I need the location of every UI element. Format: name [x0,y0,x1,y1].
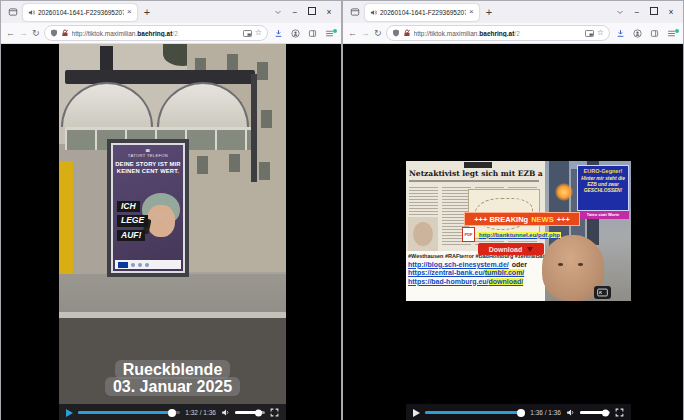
pip-url-icon[interactable] [585,30,594,37]
progress-bar[interactable] [78,411,180,414]
downloads-icon[interactable] [614,29,627,38]
maximize-button[interactable] [305,7,319,17]
tab[interactable]: 20260104-1641-F2293695207773182 × [365,4,479,21]
banktunnel-pdf-link[interactable]: http://banktunnel.eu/pdf.php [478,232,561,238]
back-button[interactable]: ← [6,29,15,38]
euro-box-title: EURO-Gegner! [579,168,627,174]
menu-hamburger-icon[interactable] [323,29,336,38]
tab-close-icon[interactable]: × [127,8,132,16]
maximize-button[interactable] [647,7,661,17]
video-player-busstop[interactable]: ☎TATORT TELEFON DEINE STORY IST MIR KEIN… [59,44,286,420]
poster-footer-logos [115,260,181,269]
play-button[interactable] [413,409,420,417]
progress-thumb[interactable] [517,409,525,417]
video-player-news[interactable]: Netzaktivist legt sich mit EZB an #Westh… [406,44,631,420]
reload-button[interactable]: ↻ [32,29,40,38]
new-tab-button[interactable]: + [140,7,154,18]
minimize-button[interactable]: − [630,8,644,17]
menu-hamburger-icon[interactable] [665,29,678,38]
progress-fill [425,411,522,414]
minimize-button[interactable]: − [288,8,302,17]
navigation-toolbar: ← → ↻ http://tiktok.maximilian.baehring.… [343,23,683,44]
download-button[interactable]: Download [478,243,544,255]
yellow-panel [59,161,73,291]
close-window-button[interactable]: × [664,8,678,17]
tab-list-chevron-icon[interactable] [271,8,285,16]
account-icon[interactable] [289,29,302,38]
badhomburg-link[interactable]: https://bad-homburg.eu/ [408,278,489,285]
url-text: http://tiktok.maximilian.baehring.at/2 [414,30,582,37]
video-frame: Netzaktivist legt sich mit EZB an #Westh… [406,161,631,301]
sidebar-icon[interactable] [306,29,319,38]
bookmark-star-icon[interactable]: ☆ [255,29,262,37]
download-arrow-icon [527,247,533,252]
tab-close-icon[interactable]: × [469,8,474,16]
tab[interactable]: 20260104-1641-F2293695207773182 × [23,4,137,21]
link-line: https://zentral-bank.eu/tumblr.com/ [408,269,543,276]
pdf-icon: PDF [462,227,475,242]
bookmark-star-icon[interactable]: ☆ [597,29,604,37]
blog-link[interactable]: http://blog.sch-einesystem.de/ [408,261,509,268]
volume-slider[interactable] [580,411,610,414]
insecure-lock-icon[interactable] [61,29,69,37]
fullscreen-button[interactable] [270,408,279,417]
page-content: ☎TATORT TELEFON DEINE STORY IST MIR KEIN… [1,44,341,420]
forward-button[interactable]: → [19,29,28,38]
browser-view-icon[interactable] [348,7,362,17]
browser-window-left: 20260104-1641-F2293695207773182 × + − × … [0,0,342,420]
back-button[interactable]: ← [348,29,357,38]
pip-url-icon[interactable] [243,30,252,37]
tab-list-chevron-icon[interactable] [613,8,627,16]
volume-fill [580,411,606,414]
zentralbank-link[interactable]: https://zentral-bank.eu/ [408,269,485,276]
volume-thumb[interactable] [602,409,609,416]
tracking-shield-icon[interactable] [50,29,58,37]
link-suffix: oder [512,261,527,268]
poster-headline: DEINE STORY IST MIR KEINEN CENT WERT. [113,161,183,176]
ad-poster: ☎TATORT TELEFON DEINE STORY IST MIR KEIN… [113,145,183,271]
maximize-icon [308,7,316,15]
volume-fill [235,411,259,414]
newspaper-dateline [464,162,492,168]
downloads-icon[interactable] [272,29,285,38]
tab-bar: 20260104-1641-F2293695207773182 × + − × [343,1,683,23]
volume-icon[interactable] [566,408,575,417]
links-band: #Westhausen #RAFterror #BadHomburg #zent… [406,251,545,301]
shelter-post [251,74,257,182]
video-controls: 1:32 / 1:36 [59,404,286,420]
reload-button[interactable]: ↻ [374,29,382,38]
account-icon[interactable] [631,29,644,38]
audio-playing-icon[interactable] [28,9,35,16]
close-window-button[interactable]: × [322,8,336,17]
progress-fill [78,411,173,414]
audio-playing-icon[interactable] [370,9,377,16]
insecure-lock-icon[interactable] [403,29,411,37]
browser-view-icon[interactable] [6,7,20,17]
chimney [100,46,113,72]
badhomburg-link-highlight[interactable]: download/ [489,278,524,285]
progress-bar[interactable] [425,411,525,414]
volume-icon[interactable] [221,408,230,417]
new-tab-button[interactable]: + [482,7,496,18]
pdf-row: PDF http://banktunnel.eu/pdf.php [462,227,561,242]
url-bar[interactable]: http://tiktok.maximilian.baehring.at/2 ☆ [386,25,610,41]
slogan-chip: ICH [117,201,140,212]
poster-display-case: ☎TATORT TELEFON DEINE STORY IST MIR KEIN… [107,139,189,277]
tracking-shield-icon[interactable] [392,29,400,37]
play-button[interactable] [66,409,73,417]
volume-thumb[interactable] [255,409,262,416]
tab-bar: 20260104-1641-F2293695207773182 × + − × [1,1,341,23]
navigation-toolbar: ← → ↻ http://tiktok.maximilian.baehring.… [1,23,341,44]
sidebar-icon[interactable] [648,29,661,38]
zentralbank-link-highlight[interactable]: tumblr.com/ [485,269,525,276]
progress-thumb[interactable] [168,409,176,417]
menu-notification-dot [675,29,679,33]
fullscreen-button[interactable] [615,408,624,417]
volume-slider[interactable] [235,411,265,414]
forward-button[interactable]: → [361,29,370,38]
picture-in-picture-toggle[interactable] [594,286,611,299]
url-bar[interactable]: http://tiktok.maximilian.baehring.at/2 ☆ [44,25,268,41]
logo-dot [131,263,135,267]
url-path: /2 [172,30,177,37]
shelter-roof [65,70,255,84]
